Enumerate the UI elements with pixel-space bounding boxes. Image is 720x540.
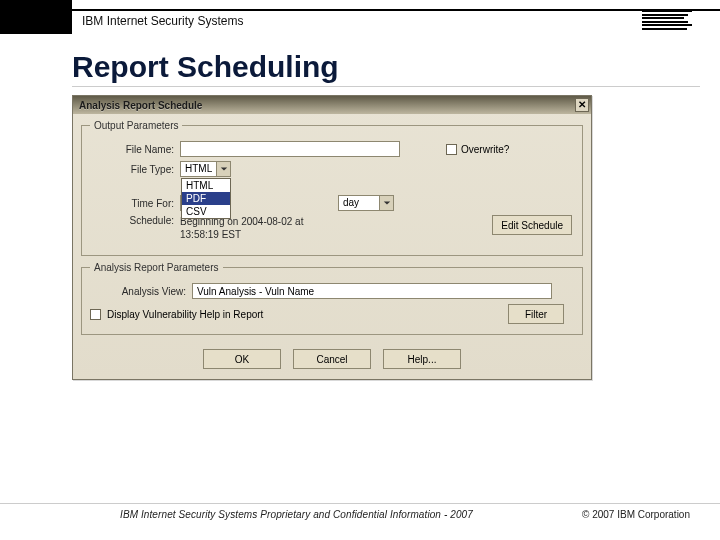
top-rule [0,9,720,11]
timefor-label: Time For: [90,198,174,209]
overwrite-label: Overwrite? [461,144,509,155]
overwrite-checkbox[interactable] [446,144,457,155]
analysis-view-label: Analysis View: [90,286,186,297]
display-help-checkbox[interactable] [90,309,101,320]
timefor-unit-selected: day [339,196,379,210]
schedule-label: Schedule: [90,215,174,226]
display-help-label: Display Vulnerability Help in Report [107,309,263,320]
footer-right-text: © 2007 IBM Corporation [582,509,690,520]
chevron-down-icon[interactable] [379,196,393,210]
filter-button[interactable]: Filter [508,304,564,324]
filetype-label: File Type: [90,164,174,175]
footer: IBM Internet Security Systems Proprietar… [0,509,720,520]
output-parameters-legend: Output Parameters [90,120,182,131]
analysis-report-schedule-dialog: Analysis Report Schedule ✕ Output Parame… [72,95,592,380]
filetype-dropdown-list[interactable]: HTML PDF CSV [181,178,231,219]
timefor-unit-dropdown[interactable]: day [338,195,394,211]
filetype-option-csv[interactable]: CSV [182,205,230,218]
close-icon[interactable]: ✕ [575,98,589,112]
dialog-actions: OK Cancel Help... [73,341,591,379]
filetype-dropdown[interactable]: HTML HTML PDF CSV [180,161,231,177]
ibm-logo-icon [642,10,692,30]
filetype-option-pdf[interactable]: PDF [182,192,230,205]
filename-input[interactable] [180,141,400,157]
analysis-parameters-group: Analysis Report Parameters Analysis View… [81,262,583,335]
footer-left-text: IBM Internet Security Systems Proprietar… [120,509,473,520]
chevron-down-icon[interactable] [216,162,230,176]
cancel-button[interactable]: Cancel [293,349,371,369]
filetype-selected: HTML [181,162,216,176]
footer-rule [0,503,720,504]
ok-button[interactable]: OK [203,349,281,369]
analysis-parameters-legend: Analysis Report Parameters [90,262,223,273]
dialog-titlebar[interactable]: Analysis Report Schedule ✕ [73,96,591,114]
slide-content: Report Scheduling Analysis Report Schedu… [72,50,700,380]
top-banner: IBM Internet Security Systems [0,0,720,34]
output-parameters-group: Output Parameters File Name: Overwrite? … [81,120,583,256]
edit-schedule-button[interactable]: Edit Schedule [492,215,572,235]
brand-title: IBM Internet Security Systems [82,14,243,28]
help-button[interactable]: Help... [383,349,461,369]
filename-label: File Name: [90,144,174,155]
page-title: Report Scheduling [72,50,700,87]
top-left-slab [0,0,72,34]
dialog-title: Analysis Report Schedule [79,100,202,111]
overwrite-checkbox-wrap[interactable]: Overwrite? [446,144,509,155]
analysis-view-value[interactable]: Vuln Analysis - Vuln Name [192,283,552,299]
filetype-option-html[interactable]: HTML [182,179,230,192]
